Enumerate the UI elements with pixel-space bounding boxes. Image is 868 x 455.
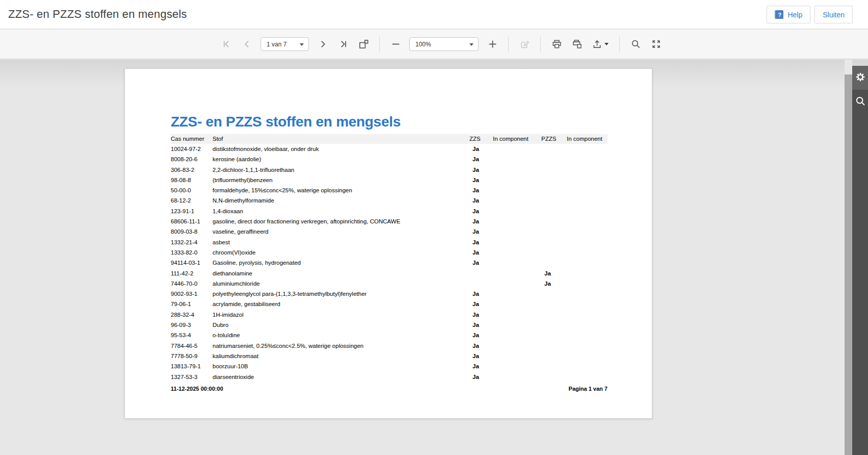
cell-cas: 111-42-2 <box>171 268 213 279</box>
first-page-button[interactable] <box>220 38 233 51</box>
cell-zzs-in-component <box>493 175 541 185</box>
cell-cas: 50-00-0 <box>171 185 213 195</box>
table-row: 123-91-11,4-dioxaanJa <box>171 206 608 216</box>
thumbnails-button[interactable] <box>357 38 370 51</box>
zoom-in-button[interactable] <box>486 38 499 51</box>
scrollbar-thumb[interactable] <box>845 74 852 455</box>
cell-pzzs-in-component <box>567 310 608 320</box>
cell-cas: 7446-70-0 <box>171 279 213 289</box>
cell-cas: 79-06-1 <box>171 299 213 309</box>
table-row: 1333-82-0chroom(VI)oxideJa <box>171 247 608 258</box>
chevron-down-icon <box>604 43 609 45</box>
table-row: 50-00-0formaldehyde, 15%≤conc<25%, water… <box>171 185 608 195</box>
help-icon: ? <box>775 10 783 19</box>
zoom-out-button[interactable] <box>389 38 402 51</box>
cell-zzs: Ja <box>469 258 493 268</box>
print-button[interactable] <box>550 38 563 51</box>
cell-pzzs <box>541 237 567 247</box>
window-title-bar: ZZS- en PZZS stoffen en mengsels ? Help … <box>0 0 868 29</box>
table-row: 68-12-2N,N-dimethylformamideJa <box>171 195 608 206</box>
toolbar-separator <box>508 37 509 52</box>
cell-pzzs-in-component <box>567 279 608 289</box>
settings-panel-button[interactable] <box>852 66 868 90</box>
cell-zzs: Ja <box>469 372 493 382</box>
report-footer: 11-12-2025 00:00:00 Pagina 1 van 7 <box>171 386 608 392</box>
thumbnails-icon <box>359 39 369 49</box>
cell-pzzs-in-component <box>567 237 608 247</box>
cell-cas: 13813-79-1 <box>171 361 213 371</box>
printer-page-icon <box>572 39 582 49</box>
help-button[interactable]: ? Help <box>767 6 810 23</box>
cell-pzzs <box>541 341 567 351</box>
vertical-scrollbar[interactable] <box>845 60 852 455</box>
search-panel-button[interactable] <box>852 90 868 114</box>
cell-stof: Gasoline, pyrolysis, hydrogenated <box>213 258 469 268</box>
next-page-button[interactable] <box>316 38 329 51</box>
cell-zzs-in-component <box>493 216 541 226</box>
column-header-pzzs: PZZS <box>541 134 567 144</box>
cell-stof: N,N-dimethylformamide <box>213 195 469 206</box>
table-row: 8008-20-6kerosine (aardolie)Ja <box>171 154 608 164</box>
fullscreen-button[interactable] <box>649 38 663 51</box>
cell-zzs-in-component <box>493 226 541 237</box>
previous-page-button[interactable] <box>240 38 253 51</box>
cell-cas: 68606-11-1 <box>171 216 213 226</box>
cell-stof: gasoline, direct door fractionering verk… <box>213 216 469 226</box>
cell-cas: 7784-46-5 <box>171 341 213 351</box>
cell-zzs-in-component <box>493 165 541 175</box>
table-row: 68606-11-1gasoline, direct door fraction… <box>171 216 608 226</box>
close-button-label: Sluiten <box>823 11 845 19</box>
cell-cas: 95-53-4 <box>171 330 213 340</box>
cell-pzzs-in-component <box>567 341 608 351</box>
column-header-in-component: In component <box>493 134 541 144</box>
cell-pzzs-in-component <box>567 320 608 330</box>
cell-stof: asbest <box>213 237 469 247</box>
edit-button[interactable] <box>518 38 531 51</box>
cell-cas: 123-91-1 <box>171 206 213 216</box>
cell-cas: 1333-82-0 <box>171 247 213 258</box>
toolbar-separator <box>379 37 380 52</box>
cell-zzs: Ja <box>469 351 493 361</box>
cell-zzs-in-component <box>493 372 541 382</box>
cell-stof: formaldehyde, 15%≤conc<25%, waterige opl… <box>213 185 469 195</box>
print-page-button[interactable] <box>570 38 584 51</box>
toolbar-separator <box>540 37 541 52</box>
export-button[interactable] <box>591 38 610 51</box>
cell-zzs-in-component <box>493 289 541 299</box>
cell-stof: 1H-imidazol <box>213 310 469 320</box>
printer-icon <box>552 39 562 49</box>
page-select[interactable]: 1 van 7 <box>260 37 309 51</box>
cell-zzs-in-component <box>493 279 541 289</box>
table-row: 13813-79-1boorzuur-10BJa <box>171 361 608 371</box>
zoom-select[interactable]: 100% <box>409 37 479 51</box>
chevron-down-icon <box>469 43 474 46</box>
cell-cas: 8008-20-6 <box>171 154 213 164</box>
cell-zzs: Ja <box>469 361 493 371</box>
cell-stof: natriumarseniet, 0.25%≤conc<2.5%, wateri… <box>213 341 469 351</box>
cell-cas: 1332-21-4 <box>171 237 213 247</box>
search-button[interactable] <box>629 38 642 51</box>
cell-pzzs-in-component <box>567 289 608 299</box>
table-row: 96-09-3DubroJa <box>171 320 608 330</box>
cell-stof: Dubro <box>213 320 469 330</box>
last-page-button[interactable] <box>336 38 350 51</box>
cell-zzs-in-component <box>493 206 541 216</box>
zoom-select-value: 100% <box>415 41 431 48</box>
minus-icon <box>391 39 401 49</box>
cell-stof: distikstofmonoxide, vloeibaar, onder dru… <box>213 144 469 154</box>
edit-pencil-icon <box>520 39 530 49</box>
cell-pzzs-in-component <box>567 299 608 309</box>
cell-zzs-in-component <box>493 320 541 330</box>
cell-zzs: Ja <box>469 216 493 226</box>
cell-cas: 10024-97-2 <box>171 144 213 154</box>
cell-pzzs <box>541 330 567 340</box>
document-viewer: ZZS- en PZZS stoffen en mengsels Cas num… <box>0 60 868 455</box>
cell-stof: polyethyleenglycol para-(1,1,3,3-tetrame… <box>213 289 469 299</box>
close-button[interactable]: Sluiten <box>814 6 853 23</box>
table-header-row: Cas nummer Stof ZZS In component PZZS In… <box>171 134 608 144</box>
cell-zzs-in-component <box>493 310 541 320</box>
report-title: ZZS- en PZZS stoffen en mengsels <box>171 113 652 131</box>
column-header-zzs: ZZS <box>469 134 493 144</box>
cell-pzzs <box>541 372 567 382</box>
cell-pzzs-in-component <box>567 330 608 340</box>
